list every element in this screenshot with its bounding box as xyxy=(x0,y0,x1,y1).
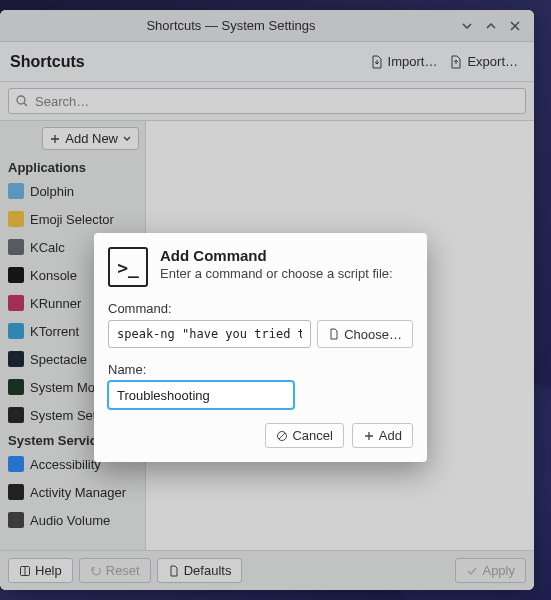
command-label: Command: xyxy=(108,301,413,316)
cancel-label: Cancel xyxy=(292,428,332,443)
settings-window: Shortcuts — System Settings Shortcuts Im… xyxy=(0,10,534,590)
name-label: Name: xyxy=(108,362,413,377)
choose-label: Choose… xyxy=(344,327,402,342)
terminal-icon: >_ xyxy=(108,247,148,287)
dialog-subtitle: Enter a command or choose a script file: xyxy=(160,266,393,281)
add-button[interactable]: Add xyxy=(352,423,413,448)
cancel-button[interactable]: Cancel xyxy=(265,423,343,448)
plus-icon xyxy=(363,430,375,442)
choose-file-button[interactable]: Choose… xyxy=(317,320,413,348)
dialog-title: Add Command xyxy=(160,247,393,264)
add-command-dialog: >_ Add Command Enter a command or choose… xyxy=(94,233,427,462)
add-label: Add xyxy=(379,428,402,443)
command-input[interactable] xyxy=(108,320,311,348)
name-input[interactable] xyxy=(108,381,294,409)
document-icon xyxy=(328,328,340,340)
cancel-icon xyxy=(276,430,288,442)
